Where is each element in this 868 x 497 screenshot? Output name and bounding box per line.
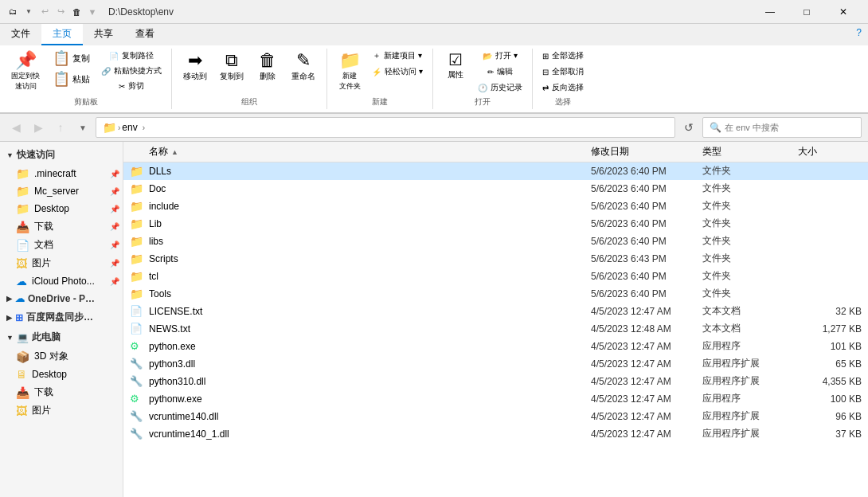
- properties-icon[interactable]: ▼: [86, 6, 99, 18]
- col-type-header[interactable]: 类型: [702, 145, 798, 158]
- table-row[interactable]: ⚙ pythonw.exe 4/5/2023 12:47 AM 应用程序 100…: [123, 390, 868, 408]
- table-row[interactable]: 📁 Scripts 5/6/2023 6:43 PM 文件夹: [123, 250, 868, 268]
- tab-home[interactable]: 主页: [41, 24, 83, 45]
- copy-button[interactable]: 📋 复制: [48, 49, 95, 68]
- sidebar-item-label: iCloud Photo...: [32, 276, 95, 287]
- paste-shortcut-button[interactable]: 🔗 粘贴快捷方式: [98, 64, 165, 78]
- history-button[interactable]: 🕐 历史记录: [475, 80, 526, 95]
- file-name-text: python.exe: [149, 341, 196, 352]
- sidebar-section-quick-access[interactable]: ▼ 快速访问: [0, 145, 123, 165]
- close-button[interactable]: ✕: [825, 0, 862, 24]
- sidebar-section-thispc[interactable]: ▼ 💻 此电脑: [0, 327, 123, 347]
- refresh-button[interactable]: ↺: [678, 117, 699, 138]
- easy-access-button[interactable]: ⚡ 轻松访问 ▾: [369, 65, 426, 79]
- table-row[interactable]: 📁 DLLs 5/6/2023 6:40 PM 文件夹: [123, 162, 868, 180]
- file-type: 文本文档: [702, 304, 798, 318]
- search-input[interactable]: [725, 123, 854, 132]
- file-name: 📁 include: [130, 200, 591, 213]
- tab-share[interactable]: 共享: [83, 24, 124, 45]
- col-date-header[interactable]: 修改日期: [591, 145, 702, 158]
- file-name: 📄 NEWS.txt: [130, 323, 591, 335]
- open-button[interactable]: 📂 打开 ▾: [475, 49, 526, 63]
- pin-quick-access-button[interactable]: 📌 固定到快速访问: [6, 49, 45, 95]
- table-row[interactable]: ⚙ python.exe 4/5/2023 12:47 AM 应用程序 101 …: [123, 338, 868, 355]
- col-name-header[interactable]: 名称 ▲: [130, 145, 591, 158]
- minimize-button[interactable]: —: [752, 0, 788, 24]
- new-folder-button[interactable]: 📁 新建文件夹: [334, 49, 366, 95]
- deselect-all-button[interactable]: ⊟ 全部取消: [539, 65, 587, 79]
- exe-file-icon: ⚙: [130, 393, 144, 405]
- delete-icon[interactable]: 🗑: [70, 6, 83, 18]
- back-button[interactable]: ◀: [6, 118, 25, 137]
- sidebar-item-minecraft[interactable]: 📁 .minecraft 📌: [0, 165, 123, 182]
- table-row[interactable]: 📁 Tools 5/6/2023 6:40 PM 文件夹: [123, 285, 868, 303]
- file-name: 📁 DLLs: [130, 165, 591, 178]
- file-size: 65 KB: [798, 358, 862, 370]
- sidebar-section-baidu[interactable]: ▶ ⊞ 百度网盘同步空间: [0, 307, 123, 327]
- help-button[interactable]: ?: [850, 24, 868, 45]
- sidebar-item-label: 百度网盘同步空间: [26, 311, 98, 324]
- table-row[interactable]: 📁 Lib 5/6/2023 6:40 PM 文件夹: [123, 215, 868, 233]
- redo-icon[interactable]: ↪: [54, 6, 67, 18]
- file-list: 名称 ▲ 修改日期 类型 大小 📁 DLLs 5/6/2023 6:40 PM …: [123, 142, 868, 497]
- invert-label: 反向选择: [552, 82, 584, 93]
- sidebar-item-desktop[interactable]: 📁 Desktop 📌: [0, 200, 123, 217]
- move-to-button[interactable]: ➡ 移动到: [178, 49, 212, 85]
- sidebar-item-downloads[interactable]: 📥 下载 📌: [0, 217, 123, 236]
- folder-icon: 📁: [16, 202, 29, 215]
- sidebar-item-downloads2[interactable]: 📥 下载: [0, 383, 123, 401]
- rename-button[interactable]: ✎ 重命名: [287, 49, 320, 85]
- new-item-button[interactable]: ＋ 新建项目 ▾: [369, 49, 426, 63]
- paste-button[interactable]: 📋 粘贴: [48, 69, 95, 88]
- sidebar-item-mc-server[interactable]: 📁 Mc_server 📌: [0, 182, 123, 200]
- sidebar-item-desktop2[interactable]: 🖥 Desktop: [0, 366, 123, 383]
- folder-icon: 📁: [130, 252, 144, 265]
- tab-file[interactable]: 文件: [0, 24, 41, 45]
- file-date: 4/5/2023 12:47 AM: [591, 306, 702, 317]
- file-type: 文件夹: [702, 164, 798, 178]
- file-type: 文件夹: [702, 252, 798, 265]
- clipboard-buttons: 📌 固定到快速访问 📋 复制 📋 粘贴 📄 复: [6, 49, 165, 95]
- table-row[interactable]: 📁 include 5/6/2023 6:40 PM 文件夹: [123, 198, 868, 215]
- tab-view[interactable]: 查看: [124, 24, 166, 45]
- file-name-text: Lib: [149, 218, 162, 229]
- maximize-button[interactable]: □: [788, 0, 825, 24]
- table-row[interactable]: 🔧 vcruntime140_1.dll 4/5/2023 12:47 AM 应…: [123, 425, 868, 443]
- search-box[interactable]: 🔍: [702, 117, 862, 138]
- edit-button[interactable]: ✏ 编辑: [475, 65, 526, 79]
- sidebar-item-pictures[interactable]: 🖼 图片 📌: [0, 254, 123, 272]
- table-row[interactable]: 📁 Doc 5/6/2023 6:40 PM 文件夹: [123, 180, 868, 198]
- table-row[interactable]: 📁 tcl 5/6/2023 6:40 PM 文件夹: [123, 268, 868, 285]
- sidebar-item-documents[interactable]: 📄 文档 📌: [0, 236, 123, 254]
- cut-button[interactable]: ✂ 剪切: [98, 79, 165, 93]
- table-row[interactable]: 🔧 python310.dll 4/5/2023 12:47 AM 应用程序扩展…: [123, 373, 868, 390]
- col-size-header[interactable]: 大小: [798, 145, 862, 158]
- file-type: 文件夹: [702, 269, 798, 283]
- up-button[interactable]: ↑: [51, 118, 70, 137]
- new-folder-icon: 📁: [339, 52, 361, 69]
- address-path[interactable]: 📁 › env ›: [96, 117, 675, 138]
- path-segment: 📁 › env ›: [103, 121, 145, 134]
- copy-path-button[interactable]: 📄 复制路径: [98, 49, 165, 63]
- onedrive-collapse-icon: ▶: [6, 295, 12, 303]
- address-bar: ◀ ▶ ↑ ▼ 📁 › env › ↺ 🔍: [0, 114, 868, 142]
- table-row[interactable]: 🔧 vcruntime140.dll 4/5/2023 12:47 AM 应用程…: [123, 408, 868, 425]
- copy-label: 复制: [72, 53, 90, 65]
- table-row[interactable]: 🔧 python3.dll 4/5/2023 12:47 AM 应用程序扩展 6…: [123, 355, 868, 373]
- sidebar-item-pictures2[interactable]: 🖼 图片: [0, 401, 123, 420]
- invert-selection-button[interactable]: ⇄ 反向选择: [539, 80, 587, 95]
- table-row[interactable]: 📄 NEWS.txt 4/5/2023 12:48 AM 文本文档 1,277 …: [123, 320, 868, 338]
- copy-to-button[interactable]: ⧉ 复制到: [215, 49, 248, 85]
- delete-button[interactable]: 🗑 删除: [252, 49, 283, 85]
- table-row[interactable]: 📁 libs 5/6/2023 6:40 PM 文件夹: [123, 233, 868, 250]
- sidebar-item-icloud[interactable]: ☁ iCloud Photo... 📌: [0, 272, 123, 290]
- file-name-text: pythonw.exe: [149, 393, 202, 405]
- forward-button[interactable]: ▶: [29, 118, 48, 137]
- recent-button[interactable]: ▼: [73, 118, 92, 137]
- select-all-button[interactable]: ⊞ 全部选择: [539, 49, 587, 63]
- sidebar-item-3d[interactable]: 📦 3D 对象: [0, 347, 123, 366]
- properties-button[interactable]: ☑ 属性: [440, 49, 471, 84]
- undo-icon[interactable]: ↩: [38, 6, 51, 18]
- sidebar-section-onedrive[interactable]: ▶ ☁ OneDrive - Pers...: [0, 290, 123, 307]
- table-row[interactable]: 📄 LICENSE.txt 4/5/2023 12:47 AM 文本文档 32 …: [123, 303, 868, 320]
